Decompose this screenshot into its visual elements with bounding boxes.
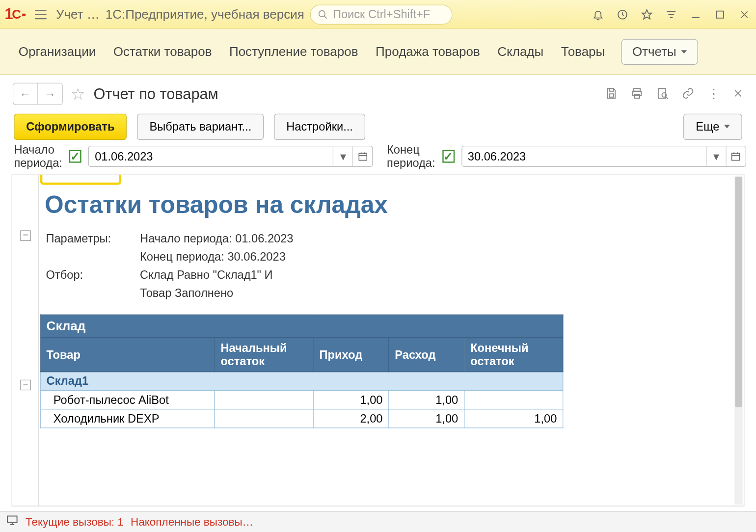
form-tools: ⋮ bbox=[605, 86, 743, 102]
status-bar: Текущие вызовы: 1 Накопленные вызовы… bbox=[0, 511, 756, 532]
period-start-input[interactable]: ▾ bbox=[88, 146, 373, 167]
status-accum-calls[interactable]: Накопленные вызовы… bbox=[131, 515, 253, 528]
menu-item-receipts[interactable]: Поступление товаров bbox=[228, 41, 359, 63]
page-title: Отчет по товарам bbox=[93, 85, 599, 103]
favorite-star-icon[interactable]: ☆ bbox=[71, 84, 85, 104]
nav-back-button[interactable]: ← bbox=[13, 83, 38, 105]
group-label[interactable]: Склад1 bbox=[40, 372, 563, 391]
save-icon[interactable] bbox=[605, 87, 618, 102]
close-form-icon[interactable] bbox=[733, 88, 743, 100]
print-icon[interactable] bbox=[631, 87, 644, 102]
cell-final[interactable] bbox=[464, 391, 563, 409]
cell-out[interactable]: 1,00 bbox=[389, 391, 464, 409]
dropdown-icon[interactable]: ▾ bbox=[333, 146, 352, 166]
reports-dropdown-button[interactable]: Отчеты bbox=[621, 39, 698, 64]
close-icon[interactable] bbox=[737, 7, 751, 22]
svg-rect-15 bbox=[634, 94, 640, 98]
report-table: Склад Товар Начальный остаток Приход Рас… bbox=[40, 315, 564, 428]
bell-icon[interactable] bbox=[591, 7, 605, 22]
minimize-icon[interactable] bbox=[689, 7, 702, 22]
menu-item-stock[interactable]: Остатки товаров bbox=[112, 41, 213, 63]
settings-button[interactable]: Настройки... bbox=[274, 113, 365, 139]
vertical-scrollbar[interactable] bbox=[734, 176, 743, 505]
svg-rect-11 bbox=[609, 88, 614, 91]
cell-final[interactable]: 1,00 bbox=[464, 409, 563, 428]
col-out: Расход bbox=[389, 338, 464, 372]
search-input[interactable]: Поиск Ctrl+Shift+F bbox=[310, 4, 453, 24]
panels-icon[interactable] bbox=[664, 7, 678, 22]
status-current-calls[interactable]: Текущие вызовы: 1 bbox=[26, 515, 124, 528]
app-title-full: 1С:Предприятие, учебная версия bbox=[106, 7, 304, 22]
star-icon[interactable] bbox=[640, 7, 653, 22]
maximize-icon[interactable] bbox=[713, 7, 727, 22]
col-product: Товар bbox=[40, 338, 215, 372]
svg-rect-8 bbox=[717, 11, 724, 18]
nav-buttons: ← → bbox=[13, 83, 63, 105]
svg-rect-12 bbox=[609, 94, 614, 97]
period-end-value[interactable] bbox=[462, 150, 706, 163]
form-area: ← → ☆ Отчет по товарам ⋮ Сформировать Вы… bbox=[0, 75, 756, 511]
scrollbar-thumb[interactable] bbox=[735, 177, 742, 407]
svg-point-0 bbox=[319, 10, 325, 16]
reports-dropdown-label: Отчеты bbox=[632, 44, 676, 59]
more-button-label: Еще bbox=[696, 120, 719, 133]
report-content[interactable]: Остатки товаров на складах Параметры: На… bbox=[12, 174, 734, 505]
dropdown-icon[interactable]: ▾ bbox=[706, 146, 726, 166]
menu-item-sales[interactable]: Продажа товаров bbox=[375, 41, 481, 63]
period-end-input[interactable]: ▾ bbox=[461, 146, 746, 167]
menu-item-warehouses[interactable]: Склады bbox=[496, 41, 545, 63]
group-row: Склад1 bbox=[40, 372, 563, 391]
cell-in[interactable]: 1,00 bbox=[313, 391, 389, 409]
table-row: Робот-пылесос AliBot 1,00 1,00 bbox=[40, 391, 563, 409]
hamburger-icon[interactable] bbox=[35, 10, 47, 19]
more-button[interactable]: Еще bbox=[684, 113, 742, 139]
more-vertical-icon[interactable]: ⋮ bbox=[707, 86, 720, 102]
app-logo-icon: 1C≡ bbox=[4, 5, 26, 24]
col-initial: Начальный остаток bbox=[215, 338, 313, 372]
report-parameters: Параметры: Начало периода: 01.06.2023 Ко… bbox=[45, 229, 301, 303]
report-title: Остатки товаров на складах bbox=[45, 191, 734, 219]
search-icon bbox=[318, 9, 328, 19]
col-final: Конечный остаток bbox=[464, 338, 563, 372]
filter-line-2: Товар Заполнено bbox=[140, 285, 300, 301]
cell-out[interactable]: 1,00 bbox=[389, 409, 464, 428]
title-bar: 1C≡ Учет … 1С:Предприятие, учебная верси… bbox=[0, 0, 756, 29]
calendar-icon[interactable] bbox=[726, 146, 745, 166]
menu-item-products[interactable]: Товары bbox=[560, 41, 606, 63]
generate-button[interactable]: Сформировать bbox=[14, 113, 127, 139]
menu-bar: Организации Остатки товаров Поступление … bbox=[0, 29, 756, 75]
period-filter-row: Начало периода: ✓ ▾ Конец периода: ✓ ▾ bbox=[2, 142, 754, 170]
cell-in[interactable]: 2,00 bbox=[313, 409, 389, 428]
svg-rect-29 bbox=[7, 516, 17, 523]
nav-forward-button[interactable]: → bbox=[38, 83, 62, 105]
cell-product[interactable]: Робот-пылесос AliBot bbox=[40, 391, 215, 409]
period-end-checkbox[interactable]: ✓ bbox=[442, 150, 455, 162]
chevron-down-icon bbox=[724, 125, 730, 128]
param-start: Начало периода: 01.06.2023 bbox=[140, 230, 300, 247]
cell-product[interactable]: Холодильник DEXP bbox=[40, 409, 215, 428]
monitor-icon[interactable] bbox=[6, 514, 19, 530]
col-in: Приход bbox=[313, 338, 389, 372]
cell-initial[interactable] bbox=[215, 391, 313, 409]
link-icon[interactable] bbox=[682, 87, 695, 102]
filter-label: Отбор: bbox=[46, 266, 138, 283]
app-title-short: Учет … bbox=[56, 7, 100, 22]
history-icon[interactable] bbox=[616, 7, 629, 22]
menu-item-organizations[interactable]: Организации bbox=[17, 41, 97, 63]
svg-marker-3 bbox=[642, 9, 652, 19]
svg-rect-25 bbox=[732, 153, 740, 160]
titlebar-icons bbox=[591, 7, 751, 22]
preview-icon[interactable] bbox=[656, 87, 669, 102]
period-start-label: Начало периода: bbox=[14, 143, 62, 170]
period-start-checkbox[interactable]: ✓ bbox=[69, 150, 81, 162]
period-end-label: Конец периода: bbox=[387, 143, 435, 170]
table-row: Холодильник DEXP 2,00 1,00 1,00 bbox=[40, 409, 563, 428]
choose-variant-button[interactable]: Выбрать вариант... bbox=[137, 113, 264, 139]
cell-initial[interactable] bbox=[215, 409, 313, 428]
filter-line-1: Склад Равно "Склад1" И bbox=[140, 266, 300, 283]
chevron-down-icon bbox=[681, 50, 687, 53]
period-start-value[interactable] bbox=[89, 150, 333, 163]
calendar-icon[interactable] bbox=[352, 146, 372, 166]
command-bar: Сформировать Выбрать вариант... Настройк… bbox=[2, 111, 754, 142]
form-header: ← → ☆ Отчет по товарам ⋮ bbox=[2, 77, 754, 111]
